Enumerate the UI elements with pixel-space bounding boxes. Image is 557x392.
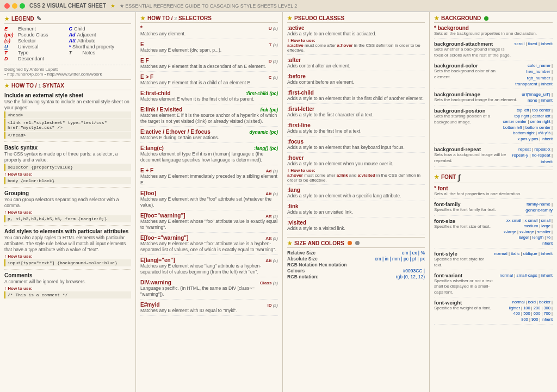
legend-label-D: Descendant [18, 56, 44, 61]
selector-E: E T (s) Matches any E element (div, span… [140, 41, 278, 55]
pseudo-lang-desc: Adds a style to an element with a specif… [287, 193, 425, 199]
selector-div-warning-name: DIV.warning [140, 279, 171, 285]
selector-E-badge: T (s) [269, 42, 278, 47]
syntax-styles-howto: How to use: [4, 254, 131, 259]
prop-font-size-title: font-size [434, 218, 502, 224]
prop-bg-position-left: background-position Sets the starting po… [434, 108, 501, 142]
selector-Efoo-warning-desc: Matches any E element whose "foo" attrib… [140, 219, 278, 231]
pseudo-before: :before Adds content before an element. [287, 73, 425, 88]
bg-header: ★ BACKGROUND [434, 15, 553, 23]
legend-title: LEGEND [11, 16, 34, 22]
prop-bg-attachment-desc: Sets whether a background image is fixed… [434, 47, 512, 58]
prop-font-weight-title: font-weight [434, 300, 507, 306]
selector-active-hover-focus-title: E:active / E:hover / E:focus dynamic (pc… [140, 129, 278, 135]
size-relative-values: em | ex | % [402, 250, 425, 256]
app-subtitle: ★ ESSENTIAL REFERENCE GUIDE TO CASCADING… [120, 3, 298, 9]
prop-font-left: * font Sets all the font properties in o… [434, 185, 553, 197]
maximize-button[interactable] [20, 3, 25, 9]
legend-item-D: D Descendant [4, 56, 67, 61]
selector-Emyid: E#myid ID (s) Matches any E element with… [140, 302, 278, 316]
col-3: ★ PSEUDO CLASSES :active Adds a style to… [283, 12, 430, 392]
pseudo-active-howto-desc: a:active must come after a:hover in the … [287, 43, 425, 53]
selector-link-visited-desc: Matches element E if it is the source an… [140, 113, 278, 125]
prop-bg-color-values: color_name | hex_number | rgb_number | t… [515, 63, 553, 87]
prop-font-variant: font-variant Specifies whether or not a … [434, 272, 553, 297]
selector-Efoo-warning-badge: Att (s) [265, 214, 278, 219]
prop-font-variant-desc: Specifies whether or not a text shall be… [434, 278, 497, 295]
prop-font-size-left: font-size Specifies the font size of tex… [434, 218, 502, 247]
legend-item-Att: Att Attribute [69, 38, 132, 43]
pseudo-link-desc: Adds a style to an unvisited link. [287, 209, 425, 215]
selector-Elang-en-desc: Matches any E element whose "lang" attri… [140, 263, 278, 275]
selector-Efoo-tilde: E[foo~="warning"] Att (s) Matches any E … [140, 235, 278, 255]
bg-dot [484, 16, 488, 21]
pseudo-active-howto: ↑ How to use: [287, 38, 425, 43]
selector-Efoo-tilde-badge: Att (s) [265, 236, 278, 241]
prop-bg-image-title: background-image [434, 91, 519, 97]
close-button[interactable] [4, 3, 10, 9]
selector-EplusF-desc: Matches any E element immediately preced… [140, 173, 278, 185]
size-dot-1 [348, 241, 352, 245]
pseudo-before-desc: Adds content before an element. [287, 79, 425, 85]
legend-item-C: C Child [69, 26, 132, 32]
prop-background: * background Sets all the background pro… [434, 25, 553, 39]
syntax-include-code3: </head> [4, 132, 131, 139]
syntax-include-code2: <link rel="stylesheet" type="text/css" h… [4, 119, 131, 131]
selector-active-hover-focus: E:active / E:hover / E:focus dynamic (pc… [140, 129, 278, 143]
prop-bg-position-values: top left | top center | top right | cent… [503, 108, 553, 142]
legend-abbr-U: U [4, 44, 16, 49]
prop-font-style-title: font-style [434, 251, 492, 257]
pseudo-first-line-desc: Adds a style to the first line of a text… [287, 128, 425, 134]
font-star: ★ [434, 174, 439, 180]
section-divider-3 [434, 170, 553, 170]
size-colours: Colours #0093CC | [287, 268, 425, 273]
pseudo-visited: :visited Adds a style to a visited link. [287, 220, 425, 234]
legend-label-Ad: Adjacent [77, 32, 96, 38]
star-icon: ★ [110, 3, 115, 9]
pseudo-lang: :lang Adds a style to an element with a … [287, 187, 425, 201]
selector-first-child-badge: :first-child (pc) [246, 91, 278, 96]
size-absolute: Absolute Size cm | in | mm | pc | pt | p… [287, 256, 425, 262]
legend-abbr-Tnotes: T [69, 50, 81, 55]
legend-abbr-Att: Att [69, 38, 76, 43]
legend-item-star: * Shorthand property [69, 44, 132, 49]
pseudo-link-title: :link [287, 203, 425, 209]
selector-div-warning-title: DIV.warning Class (s) [140, 279, 278, 285]
legend-item-pc: (pc) Pseudo Class [4, 32, 67, 38]
selector-Efoo-warning-title: E[foo="warning"] Att (s) [140, 213, 278, 219]
minimize-button[interactable] [12, 3, 17, 9]
pseudo-first-letter-desc: Adds a style to the first character of a… [287, 112, 425, 118]
designer-name: Designed by Antonio Lupetti [4, 67, 131, 72]
legend-label-T: Type [18, 50, 29, 55]
col-2: ★ HOW TO / 2 SELECTORS * U (s) Matches a… [136, 12, 283, 392]
syntax-styles: Add styles to elements with particular a… [4, 228, 131, 270]
selector-EF-name: E F [140, 58, 149, 64]
selector-EplusF-title: E + F Ad (s) [140, 167, 278, 173]
prop-font-family-left: font-family Specifies the font family fo… [434, 201, 523, 213]
selector-EgtF-desc: Matches any F element that is a child of… [140, 80, 278, 86]
size-colors-star: ★ [287, 240, 292, 246]
prop-font-variant-title: font-variant [434, 272, 497, 278]
pseudo-first-letter: :first-letter Adds a style to the first … [287, 106, 425, 120]
pseudo-hover-howto: ↑ How to use: [287, 168, 425, 173]
font-title: FONT [441, 174, 456, 180]
pseudo-visited-desc: Adds a style to a visited link. [287, 226, 425, 232]
pseudo-focus: :focus Adds a style to an element that h… [287, 139, 425, 153]
selector-EF-title: E F D (s) [140, 58, 278, 64]
selector-div-warning-badge: Class (s) [260, 281, 278, 285]
selector-first-child-name: E:first-child [140, 90, 171, 96]
howto-syntax-header: ★ HOW TO / 1 SYNTAX [4, 83, 131, 90]
selector-star-desc: Matches any element. [140, 31, 278, 37]
syntax-grouping-desc: You can group selectors separating each … [4, 197, 131, 209]
prop-font-family-values: family-name | generic-family [525, 201, 553, 213]
selector-EF-desc: Matches any F element that is a descenda… [140, 64, 278, 70]
selector-star-title: * U (s) [140, 25, 278, 31]
prop-font-style-values: normal | italic | oblique | inherit [494, 251, 553, 268]
pseudo-first-line-title: :first-line [287, 122, 425, 128]
size-dot-2 [355, 241, 360, 245]
selector-Efoo-desc: Matches any E element with the "foo" att… [140, 196, 278, 208]
app-title: CSS 2 VISUAL CHEAT SHEET [29, 3, 106, 9]
prop-font-family-title: font-family [434, 201, 523, 207]
legend-abbr-E: E [4, 26, 16, 32]
legend-label-Tnotes: Notes [83, 50, 96, 55]
